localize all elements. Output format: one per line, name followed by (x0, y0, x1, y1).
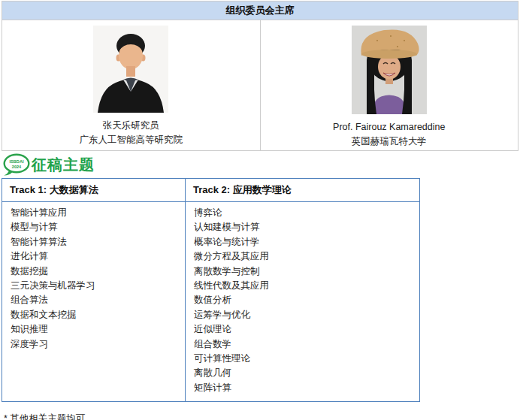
topic-item: 知识推理 (11, 322, 180, 337)
topic-item: 运筹学与优化 (194, 308, 415, 322)
track-2-topics-cell: 博弈论认知建模与计算概率论与统计学微分方程及其应用离散数学与控制线性代数及其应用… (186, 202, 420, 402)
topic-item: 智能计算算法 (11, 235, 180, 249)
topic-item: 进化计算 (11, 249, 180, 264)
topic-item: 离散几何 (194, 366, 415, 380)
topic-item: 博弈论 (194, 206, 415, 220)
topic-item: 离散数学与控制 (194, 264, 415, 279)
conference-logo-icon: ISBDAI 2024 (2, 153, 31, 176)
svg-text:ISBDAI: ISBDAI (10, 159, 24, 164)
committee-table: 组织委员会主席 (2, 1, 518, 151)
topics-section-header: ISBDAI 2024 征稿主题 (2, 153, 520, 176)
member-1-portrait-photo (93, 26, 168, 113)
topic-item: 智能计算应用 (11, 206, 180, 220)
topic-item: 数值分析 (194, 293, 415, 307)
topic-item: 认知建模与计算 (194, 220, 415, 234)
topic-item: 线性代数及其应用 (194, 279, 415, 293)
topic-item: 三元决策与机器学习 (11, 279, 180, 293)
track-1-header: Track 1: 大数据算法 (2, 179, 186, 202)
topic-item: 深度学习 (11, 337, 180, 352)
member-1-affiliation: 广东人工智能高等研究院 (3, 133, 259, 147)
topic-item: 模型与计算 (11, 220, 180, 234)
topic-item: 近似理论 (194, 322, 415, 337)
track-2-topic-list: 博弈论认知建模与计算概率论与统计学微分方程及其应用离散数学与控制线性代数及其应用… (194, 206, 415, 395)
topic-item: 可计算性理论 (194, 352, 415, 366)
member-2-portrait-photo (352, 26, 427, 114)
member-2-name: Prof. Fairouz Kamareddine (262, 120, 518, 134)
topic-item: 概率论与统计学 (194, 235, 415, 249)
track-2-header: Track 2: 应用数学理论 (186, 179, 420, 202)
committee-title: 组织委员会主席 (2, 2, 518, 20)
topic-item: 数据挖掘 (11, 264, 180, 279)
member-2-affiliation: 英国赫瑞瓦特大学 (262, 134, 518, 149)
member-1-name: 张天乐研究员 (3, 119, 259, 133)
committee-member-cell-2: Prof. Fairouz Kamareddine 英国赫瑞瓦特大学 (260, 20, 518, 151)
topic-item: 微分方程及其应用 (194, 249, 415, 264)
topic-item: 矩阵计算 (194, 381, 415, 395)
track-1-topics-cell: 智能计算应用模型与计算智能计算算法进化计算数据挖掘三元决策与机器学习组合算法数据… (2, 202, 186, 402)
section-title: 征稿主题 (32, 155, 95, 175)
tracks-table: Track 1: 大数据算法 Track 2: 应用数学理论 智能计算应用模型与… (2, 178, 420, 402)
page: 组织委员会主席 (0, 1, 520, 420)
topic-item: 组合算法 (11, 293, 180, 307)
topic-item: 组合数学 (194, 337, 415, 352)
track-1-topic-list: 智能计算应用模型与计算智能计算算法进化计算数据挖掘三元决策与机器学习组合算法数据… (11, 206, 180, 352)
committee-member-cell-1: 张天乐研究员 广东人工智能高等研究院 (2, 20, 261, 151)
footnote: * 其他相关主题均可 (4, 412, 520, 420)
svg-text:2024: 2024 (12, 165, 22, 169)
topic-item: 数据和文本挖掘 (11, 308, 180, 322)
